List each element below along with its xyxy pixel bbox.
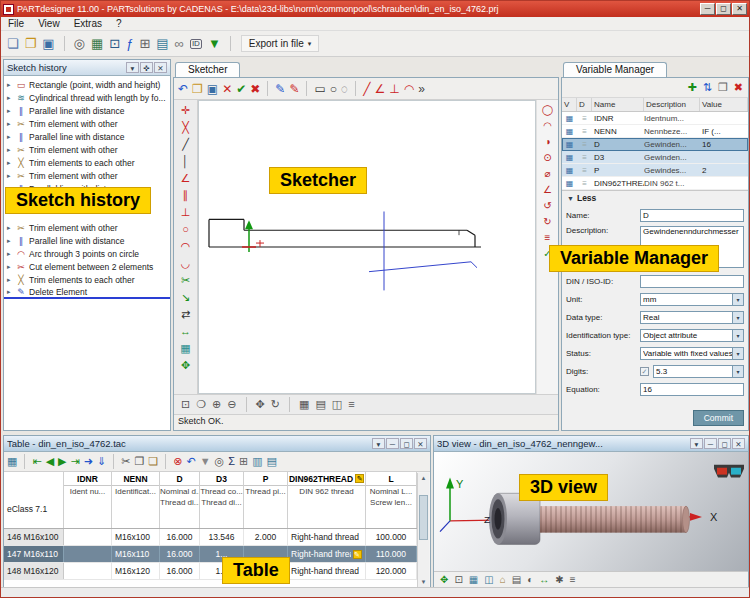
sketch-history-item[interactable]: ▸ ≋ Cylindrical thread with length by fo…	[4, 91, 170, 104]
toolbar-icon[interactable]	[108, 453, 119, 471]
data-type-select[interactable]: Real ▾	[640, 311, 744, 324]
point-tool-icon[interactable]: ✛	[176, 102, 196, 118]
row-header[interactable]: 147 M16x110	[4, 546, 64, 562]
calc-icon[interactable]: ⊞	[237, 453, 250, 471]
expand-arrow-icon[interactable]: ▸	[7, 81, 13, 89]
commit-button[interactable]: Commit	[693, 410, 744, 426]
angle-tool-icon[interactable]: ∠	[372, 80, 387, 98]
zoom-out-icon[interactable]: ⊖	[224, 395, 239, 415]
angle-line-icon[interactable]: ∠	[176, 170, 196, 186]
sketch-history-item[interactable]: ▸ ∥ Parallel line with distance	[4, 130, 170, 143]
columns-icon[interactable]: ▥	[250, 453, 264, 471]
circle-icon[interactable]: ○	[176, 221, 196, 237]
menu-item[interactable]: ?	[109, 18, 129, 29]
calculator-icon[interactable]: ⊞	[136, 34, 153, 54]
D3[interactable]: D3 ✎ Thread co... Thread di...	[200, 472, 244, 528]
vm-column-header[interactable]: Name	[592, 98, 644, 111]
expand-arrow-icon[interactable]: ▸	[7, 94, 13, 102]
pin-icon[interactable]: ✜	[140, 62, 153, 73]
variable-row[interactable]: ▦ ≡ D3 Gewinden...	[562, 151, 748, 164]
view-tool-icon[interactable]	[240, 395, 253, 415]
toolbar-icon[interactable]	[224, 34, 237, 54]
circle-tool-icon[interactable]: ○	[328, 80, 339, 98]
toolbar-icon[interactable]	[58, 34, 71, 54]
more-tools-icon[interactable]: »	[416, 80, 427, 98]
maximize-button[interactable]: ◻	[716, 3, 731, 15]
cross-tool-icon[interactable]: ╳	[176, 119, 196, 135]
angle-dimension-icon[interactable]: ∠	[539, 182, 557, 197]
identification-type-select[interactable]: Object attribute ▾	[640, 329, 744, 342]
snap-toggle-icon[interactable]: ▤	[312, 395, 328, 415]
minimize-icon[interactable]: ─	[704, 438, 717, 449]
import-export-icon[interactable]: ⇅	[700, 78, 715, 98]
sketch-canvas[interactable]	[198, 100, 536, 394]
DIN962THREAD[interactable]: DIN962THREAD ✎ DIN 962 thread	[288, 472, 366, 528]
filter-icon[interactable]: ▼	[198, 453, 213, 471]
toolbar-icon[interactable]	[350, 80, 361, 98]
sketch-history-item[interactable]: ▸ ✂ Trim element with other	[4, 169, 170, 182]
perpendicular-line-icon[interactable]: ⊥	[176, 204, 196, 220]
copy-icon[interactable]: ❐	[715, 78, 731, 98]
view-tool-icon[interactable]	[283, 395, 296, 415]
arc-3-points-icon[interactable]: ◡	[176, 255, 196, 271]
less-toggle[interactable]: ▼Less	[562, 191, 748, 206]
variable-row[interactable]: ▦ ≡ P Gewindes... 2	[562, 164, 748, 177]
close-icon[interactable]: ✖	[731, 78, 746, 98]
list-icon[interactable]: ≡	[345, 395, 357, 415]
extend-icon[interactable]: ↘	[176, 289, 196, 305]
pen-red-icon[interactable]: ✎	[287, 80, 301, 98]
minimize-icon[interactable]: ─	[386, 438, 399, 449]
accept-icon[interactable]: ✔	[234, 80, 248, 98]
toolbar-icon[interactable]	[160, 453, 171, 471]
open-icon[interactable]: ❐	[22, 34, 40, 54]
row-header[interactable]: 148 M16x120	[4, 563, 64, 579]
toolbar-icon[interactable]	[262, 80, 273, 98]
open-sketch-icon[interactable]: ❐	[190, 80, 205, 98]
circle-constraint-icon[interactable]: ◯	[539, 102, 557, 117]
table-row[interactable]: 147 M16x110 M16x110 16.000 1... Right-ha…	[4, 546, 417, 563]
add-variable-icon[interactable]: ✚	[684, 78, 699, 98]
sketcher-icon[interactable]: ⊡	[106, 34, 123, 54]
first-row-icon[interactable]: ⇤	[30, 453, 43, 471]
rotate-cw-icon[interactable]: ↻	[539, 214, 557, 229]
menu-item[interactable]: View	[31, 18, 67, 29]
table-icon[interactable]: ▦	[5, 453, 19, 471]
display-mode-icon[interactable]: ◫	[329, 395, 345, 415]
equal-constraint-icon[interactable]: ≡	[539, 230, 557, 245]
scroll-down-icon[interactable]: ▼	[418, 577, 429, 587]
pen-blue-icon[interactable]: ✎	[273, 80, 287, 98]
save-icon[interactable]: ▣	[39, 34, 57, 54]
last-row-icon[interactable]: ⇥	[69, 453, 82, 471]
sketch-history-item[interactable]: ▸ ▭ Rectangle (point, width and height)	[4, 78, 170, 91]
close-icon[interactable]: ✕	[154, 62, 167, 73]
settings-icon[interactable]: ▤	[265, 453, 279, 471]
close-icon[interactable]: ✕	[732, 438, 745, 449]
digits-checkbox[interactable]: ✓	[640, 367, 649, 376]
dimension-icon[interactable]: ↔	[176, 323, 196, 339]
half-circle-icon[interactable]: ◑	[539, 134, 557, 149]
IDNR[interactable]: IDNR ✎ Ident nu...	[64, 472, 112, 528]
line-tool-icon[interactable]: ╱	[361, 80, 372, 98]
next-row-icon[interactable]: ▶	[56, 453, 68, 471]
menu-item[interactable]: Extras	[67, 18, 109, 29]
chevron-down-icon[interactable]: ▾	[690, 438, 703, 449]
sketch-history-item[interactable]: ▸ ✂ Trim element with other	[4, 117, 170, 130]
close-button[interactable]: ✕	[732, 3, 747, 15]
pan-icon[interactable]: ✥	[253, 395, 268, 415]
save-sketch-icon[interactable]: ▣	[205, 80, 220, 98]
concentric-icon[interactable]: ⊙	[539, 150, 557, 165]
D[interactable]: D ✎ Nominal d... Thread di...	[160, 472, 200, 528]
sketch-history-item[interactable]: ▸ ✂ Trim element with other	[4, 143, 170, 156]
expand-arrow-icon[interactable]: ▸	[7, 263, 13, 271]
sketch-history-item[interactable]: ▸ ∥ Parallel line with distance	[4, 104, 170, 117]
maximize-icon[interactable]: ◻	[718, 438, 731, 449]
sum-icon[interactable]: Σ	[226, 453, 237, 471]
sketch-history-item[interactable]: ▸ ◠ Arc through 3 points on circle	[4, 247, 170, 260]
move-icon[interactable]: ✥	[176, 357, 196, 373]
delete-icon[interactable]: ✕	[220, 80, 234, 98]
expand-arrow-icon[interactable]: ▸	[7, 237, 13, 245]
sketch-history-item[interactable]: ▸ ✎ Delete Element	[4, 286, 170, 299]
arc-tool-icon[interactable]: ◠	[402, 80, 416, 98]
unit-select[interactable]: mm ▾	[640, 293, 744, 306]
status-select[interactable]: Variable with fixed values ▾	[640, 347, 744, 360]
